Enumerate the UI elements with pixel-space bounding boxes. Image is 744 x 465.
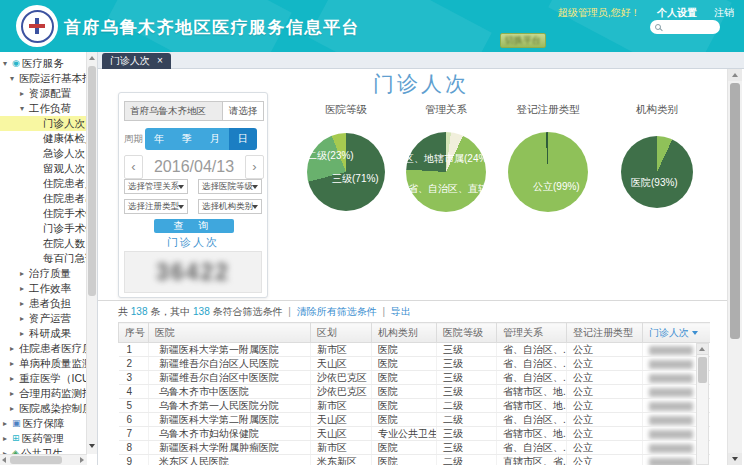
- profile-settings-link[interactable]: 个人设置: [657, 7, 697, 18]
- region-select-button[interactable]: 请选择: [222, 101, 264, 121]
- sidebar-item-label: 医疗服务: [22, 56, 64, 71]
- column-header-区划[interactable]: 区划: [311, 323, 372, 343]
- sidebar-item-医院运行基本指标[interactable]: ▾医院运行基本指标: [0, 71, 87, 86]
- export-link[interactable]: 导出: [391, 306, 411, 317]
- next-date-button[interactable]: ›: [245, 155, 264, 179]
- column-header-管理关系[interactable]: 管理关系: [497, 323, 567, 343]
- sidebar-item-门诊人次[interactable]: 门诊人次: [0, 116, 87, 131]
- sidebar-item-住院患者入院例数[interactable]: 住院患者入院例数: [0, 176, 87, 191]
- collapse-arrow-icon[interactable]: ▸: [20, 266, 29, 281]
- collapse-arrow-icon[interactable]: ▸: [10, 401, 19, 416]
- column-header-医院等级[interactable]: 医院等级: [437, 323, 497, 343]
- query-button[interactable]: 查 询: [154, 219, 234, 233]
- cell-管理关系: 省辖市区、地...: [497, 399, 567, 413]
- hospital-level-select[interactable]: 选择医院等级: [198, 179, 262, 194]
- cell-医院等级: 三级: [437, 357, 497, 371]
- collapse-arrow-icon[interactable]: ▸: [20, 281, 29, 296]
- sidebar-item-科研成果[interactable]: ▸科研成果: [0, 326, 87, 341]
- sidebar-item-医疗服务[interactable]: ▾◉医疗服务: [0, 56, 87, 71]
- sidebar-item-label: 资源配置: [29, 86, 71, 101]
- scroll-up-icon[interactable]: [89, 56, 95, 60]
- sidebar-item-治疗质量[interactable]: ▸治疗质量: [0, 266, 87, 281]
- sidebar-item-急诊人次[interactable]: 急诊人次: [0, 146, 87, 161]
- sidebar-item-工作效率[interactable]: ▸工作效率: [0, 281, 87, 296]
- sidebar-item-每百门急诊入院人[interactable]: 每百门急诊入院人: [0, 251, 87, 266]
- sidebar-item-医药管理[interactable]: ▸⊞医药管理: [0, 431, 87, 446]
- cell-区划: 沙依巴克区: [311, 385, 372, 399]
- table-row: 8新疆医科大学附属肿瘤医院新市区医院三级省、自治区、...公立: [119, 441, 711, 455]
- prev-date-button[interactable]: ‹: [124, 155, 143, 179]
- cell-管理关系: 省、自治区、...: [497, 413, 567, 427]
- column-header-序号[interactable]: 序号: [119, 323, 149, 343]
- sidebar-item-住院患者医疗质量与[interactable]: ▸住院患者医疗质量与: [0, 341, 87, 356]
- region-input[interactable]: 首府乌鲁木齐地区: [124, 101, 223, 121]
- period-option-日[interactable]: 日: [229, 128, 257, 150]
- sidebar-item-留观人次[interactable]: 留观人次: [0, 161, 87, 176]
- scroll-right-icon[interactable]: [80, 457, 84, 463]
- sidebar-item-label: 在院人数: [43, 236, 85, 251]
- collapse-arrow-icon[interactable]: ▸: [10, 386, 19, 401]
- chevron-down-icon: [178, 205, 184, 209]
- sidebar-item-医院感染控制质量监[interactable]: ▸医院感染控制质量监: [0, 401, 87, 416]
- cell-登记注册类型: 公立: [567, 343, 643, 357]
- scrollbar-thumb[interactable]: [10, 456, 62, 464]
- sidebar-item-住院患者出院例数[interactable]: 住院患者出院例数: [0, 191, 87, 206]
- expand-arrow-icon[interactable]: ▾: [20, 101, 29, 116]
- scroll-down-icon[interactable]: [89, 444, 95, 448]
- dashboard-panel: 首府乌鲁木齐地区 请选择 周期 年季月日 ‹ 2016/04/13 › 选择管理…: [98, 69, 727, 301]
- collapse-arrow-icon[interactable]: ▸: [20, 86, 29, 101]
- switch-platform-button[interactable]: 切换平台: [500, 33, 546, 48]
- institution-type-select[interactable]: 选择机构类别: [198, 199, 262, 214]
- tab-outpatient-visits[interactable]: 门诊人次 ×: [102, 53, 171, 69]
- collapse-arrow-icon[interactable]: ▸: [3, 431, 12, 446]
- scroll-down-icon[interactable]: [728, 453, 742, 465]
- column-header-门诊人次[interactable]: 门诊人次: [643, 323, 711, 343]
- sidebar-item-单病种质量监测指标[interactable]: ▸单病种质量监测指标: [0, 356, 87, 371]
- sidebar-item-合理用药监测指标[interactable]: ▸合理用药监测指标: [0, 386, 87, 401]
- period-option-年[interactable]: 年: [145, 128, 173, 150]
- scrollbar-thumb[interactable]: [730, 83, 740, 339]
- scrollbar-thumb[interactable]: [698, 357, 707, 383]
- scroll-up-icon[interactable]: [697, 344, 708, 355]
- table-vertical-scrollbar[interactable]: [696, 343, 709, 465]
- collapse-arrow-icon[interactable]: ▸: [20, 296, 29, 311]
- close-icon[interactable]: ×: [157, 56, 163, 66]
- sidebar-item-资源配置[interactable]: ▸资源配置: [0, 86, 87, 101]
- clear-filters-link[interactable]: 清除所有筛选条件: [297, 306, 377, 317]
- management-relation-select[interactable]: 选择管理关系: [124, 179, 188, 194]
- sidebar-item-重症医学（ICU）质[interactable]: ▸重症医学（ICU）质: [0, 371, 87, 386]
- collapse-arrow-icon[interactable]: ▸: [3, 416, 12, 431]
- total-count: 138: [131, 306, 148, 317]
- page-vertical-scrollbar[interactable]: [727, 69, 742, 465]
- sidebar-item-健康体检人次[interactable]: 健康体检人次: [0, 131, 87, 146]
- sidebar-item-患者负担[interactable]: ▸患者负担: [0, 296, 87, 311]
- collapse-arrow-icon[interactable]: ▸: [20, 326, 29, 341]
- registration-type-select[interactable]: 选择注册类型: [124, 199, 188, 214]
- column-header-机构类别[interactable]: 机构类别: [372, 323, 437, 343]
- sidebar-vertical-scrollbar[interactable]: [86, 52, 97, 454]
- collapse-arrow-icon[interactable]: ▸: [10, 356, 19, 371]
- sidebar-item-住院手术例数[interactable]: 住院手术例数: [0, 206, 87, 221]
- collapse-arrow-icon[interactable]: ▸: [10, 341, 19, 356]
- column-header-登记注册类型[interactable]: 登记注册类型: [567, 323, 643, 343]
- scrollbar-thumb[interactable]: [88, 66, 96, 296]
- period-option-季[interactable]: 季: [173, 128, 201, 150]
- sidebar-item-工作负荷[interactable]: ▾工作负荷: [0, 101, 87, 116]
- sidebar-item-label: 重症医学（ICU）质: [19, 371, 87, 386]
- sidebar-horizontal-scrollbar[interactable]: [0, 454, 87, 465]
- scroll-up-icon[interactable]: [728, 69, 742, 81]
- sidebar-item-门诊手术例数[interactable]: 门诊手术例数: [0, 221, 87, 236]
- expand-arrow-icon[interactable]: ▾: [3, 56, 12, 71]
- sidebar-item-资产运营[interactable]: ▸资产运营: [0, 311, 87, 326]
- collapse-arrow-icon[interactable]: ▸: [20, 311, 29, 326]
- sidebar-item-医疗保障[interactable]: ▸▣医疗保障: [0, 416, 87, 431]
- scroll-left-icon[interactable]: [2, 457, 6, 463]
- sidebar-item-在院人数[interactable]: 在院人数: [0, 236, 87, 251]
- logout-link[interactable]: 注销: [714, 7, 734, 18]
- cell-医院等级: 二级: [437, 399, 497, 413]
- expand-arrow-icon[interactable]: ▾: [10, 71, 19, 86]
- period-option-月[interactable]: 月: [201, 128, 229, 150]
- column-header-医院[interactable]: 医院: [149, 323, 311, 343]
- collapse-arrow-icon[interactable]: ▸: [10, 371, 19, 386]
- search-input[interactable]: [650, 20, 720, 34]
